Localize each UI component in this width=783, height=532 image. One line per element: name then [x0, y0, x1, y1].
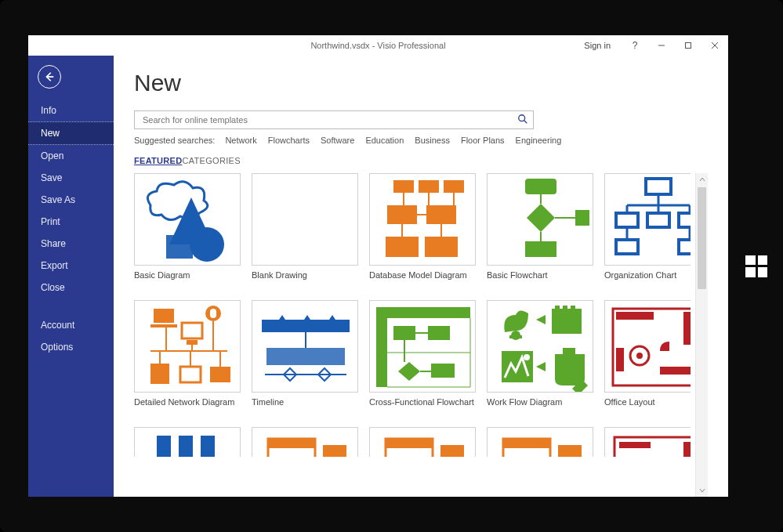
- svg-point-89: [524, 354, 530, 360]
- template-thumbnail: [487, 173, 593, 266]
- svg-rect-64: [266, 348, 345, 365]
- template-label: Timeline: [252, 397, 358, 407]
- svg-rect-20: [386, 237, 419, 257]
- template-partial-red[interactable]: [604, 427, 691, 458]
- template-label: Database Model Diagram: [369, 270, 476, 280]
- tab-featured[interactable]: FEATURED: [134, 156, 182, 165]
- svg-marker-61: [304, 315, 310, 320]
- template-partial-orange[interactable]: [252, 427, 358, 458]
- suggested-search-business[interactable]: Business: [415, 136, 450, 145]
- sidebar-item-open[interactable]: Open: [28, 145, 114, 167]
- svg-marker-62: [329, 315, 335, 320]
- svg-rect-68: [376, 307, 470, 318]
- window-title: Northwind.vsdx - Visio Professional: [310, 41, 445, 50]
- tab-categories[interactable]: CATEGORIES: [182, 156, 240, 165]
- back-button[interactable]: [38, 65, 61, 89]
- suggested-search-network[interactable]: Network: [225, 136, 256, 145]
- svg-rect-91: [563, 348, 575, 354]
- scroll-down-button[interactable]: [696, 484, 708, 497]
- template-label: Blank Drawing: [252, 270, 358, 280]
- svg-rect-81: [509, 335, 522, 338]
- template-label: Detailed Network Diagram: [134, 397, 241, 407]
- suggested-search-education[interactable]: Education: [365, 136, 404, 145]
- svg-rect-87: [571, 306, 575, 310]
- template-thumbnail: [604, 300, 691, 393]
- sidebar-item-new[interactable]: New: [28, 121, 114, 145]
- template-blank-drawing[interactable]: Blank Drawing: [252, 173, 358, 291]
- scroll-thumb[interactable]: [698, 187, 706, 289]
- suggested-search-engineering[interactable]: Engineering: [516, 136, 562, 145]
- template-thumbnail: [134, 173, 241, 266]
- template-label: Work Flow Diagram: [487, 397, 593, 407]
- sidebar-item-export[interactable]: Export: [28, 255, 114, 277]
- maximize-button[interactable]: [675, 35, 701, 56]
- suggested-search-software[interactable]: Software: [321, 136, 354, 145]
- template-thumbnail: [487, 427, 593, 457]
- svg-rect-86: [563, 306, 567, 310]
- svg-rect-103: [268, 439, 315, 448]
- template-search-input[interactable]: [141, 114, 517, 125]
- svg-rect-27: [575, 210, 589, 226]
- svg-rect-76: [431, 364, 455, 378]
- svg-rect-45: [154, 309, 174, 323]
- template-thumbnail: [134, 427, 241, 457]
- template-partial-orange[interactable]: [369, 427, 476, 458]
- svg-rect-85: [555, 306, 560, 310]
- sidebar-item-save-as[interactable]: Save As: [28, 189, 114, 211]
- svg-rect-104: [323, 445, 346, 457]
- sidebar-item-options[interactable]: Options: [28, 336, 114, 358]
- sidebar-item-print[interactable]: Print: [28, 211, 114, 233]
- template-label: Office Layout: [604, 397, 691, 407]
- template-search-box[interactable]: [134, 110, 534, 129]
- template-detailed-network-diagram[interactable]: Detailed Network Diagram: [134, 300, 241, 418]
- template-office-layout[interactable]: Office Layout: [604, 300, 691, 418]
- svg-marker-75: [398, 362, 420, 381]
- suggested-search-floor-plans[interactable]: Floor Plans: [461, 136, 505, 145]
- svg-rect-12: [444, 180, 464, 193]
- template-timeline[interactable]: Timeline: [252, 300, 358, 418]
- template-thumbnail: [252, 427, 358, 457]
- svg-rect-36: [616, 213, 638, 227]
- sidebar-item-account[interactable]: Account: [28, 314, 114, 336]
- sidebar-item-info[interactable]: Info: [28, 100, 114, 121]
- windows-hardware-button[interactable]: [745, 255, 767, 277]
- svg-rect-37: [647, 213, 669, 227]
- sidebar-item-close[interactable]: Close: [28, 277, 114, 299]
- svg-line-6: [524, 120, 527, 123]
- sidebar-item-save[interactable]: Save: [28, 167, 114, 189]
- template-organization-chart[interactable]: Organization Chart: [604, 173, 691, 291]
- template-work-flow-diagram[interactable]: Work Flow Diagram: [487, 300, 593, 418]
- svg-point-5: [519, 114, 525, 121]
- template-basic-diagram[interactable]: Basic Diagram: [134, 173, 241, 291]
- svg-marker-60: [279, 315, 285, 320]
- svg-rect-59: [262, 320, 350, 332]
- search-icon[interactable]: [517, 114, 528, 127]
- template-label: Cross-Functional Flowchart: [369, 397, 476, 407]
- svg-rect-53: [150, 364, 169, 384]
- svg-rect-113: [683, 442, 691, 457]
- template-partial-blue[interactable]: [134, 427, 241, 458]
- svg-rect-99: [157, 436, 171, 457]
- svg-rect-112: [619, 442, 651, 448]
- sign-in-link[interactable]: Sign in: [573, 41, 622, 50]
- svg-rect-17: [426, 205, 456, 224]
- help-button[interactable]: ?: [622, 35, 648, 56]
- svg-rect-55: [210, 367, 230, 382]
- template-basic-flowchart[interactable]: Basic Flowchart: [487, 173, 593, 291]
- template-database-model-diagram[interactable]: Database Model Diagram: [369, 173, 476, 291]
- suggested-search-flowcharts[interactable]: Flowcharts: [268, 136, 310, 145]
- sidebar-item-share[interactable]: Share: [28, 233, 114, 255]
- scroll-up-button[interactable]: [696, 173, 708, 186]
- svg-rect-30: [646, 179, 671, 194]
- svg-rect-107: [440, 445, 464, 457]
- svg-rect-29: [525, 241, 556, 257]
- close-button[interactable]: [701, 35, 728, 56]
- template-cross-functional-flowchart[interactable]: Cross-Functional Flowchart: [369, 300, 476, 418]
- maximize-icon: [684, 42, 692, 49]
- template-partial-orange[interactable]: [487, 427, 593, 458]
- template-thumbnail: [369, 173, 476, 266]
- svg-point-97: [636, 353, 643, 359]
- svg-rect-21: [425, 237, 458, 257]
- gallery-scrollbar[interactable]: [695, 173, 708, 497]
- minimize-button[interactable]: [648, 35, 675, 56]
